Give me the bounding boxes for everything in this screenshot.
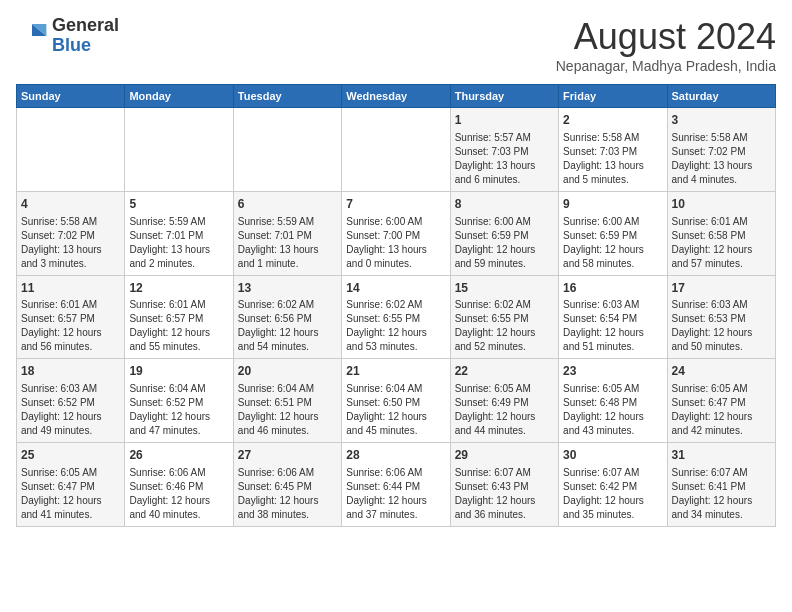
header-wednesday: Wednesday [342,85,450,108]
day-number: 15 [455,280,554,297]
day-info: Sunrise: 6:02 AM Sunset: 6:55 PM Dayligh… [455,299,536,352]
day-number: 31 [672,447,771,464]
month-title: August 2024 [556,16,776,58]
calendar-week-2: 4Sunrise: 5:58 AM Sunset: 7:02 PM Daylig… [17,191,776,275]
day-number: 7 [346,196,445,213]
day-number: 30 [563,447,662,464]
day-info: Sunrise: 6:00 AM Sunset: 7:00 PM Dayligh… [346,216,427,269]
day-info: Sunrise: 6:05 AM Sunset: 6:49 PM Dayligh… [455,383,536,436]
calendar-cell: 28Sunrise: 6:06 AM Sunset: 6:44 PM Dayli… [342,443,450,527]
day-info: Sunrise: 6:01 AM Sunset: 6:57 PM Dayligh… [21,299,102,352]
logo: General Blue [16,16,119,56]
day-info: Sunrise: 5:58 AM Sunset: 7:02 PM Dayligh… [21,216,102,269]
day-number: 10 [672,196,771,213]
day-number: 4 [21,196,120,213]
day-info: Sunrise: 6:07 AM Sunset: 6:43 PM Dayligh… [455,467,536,520]
calendar-week-3: 11Sunrise: 6:01 AM Sunset: 6:57 PM Dayli… [17,275,776,359]
day-number: 23 [563,363,662,380]
day-number: 1 [455,112,554,129]
day-info: Sunrise: 6:04 AM Sunset: 6:51 PM Dayligh… [238,383,319,436]
calendar-cell: 3Sunrise: 5:58 AM Sunset: 7:02 PM Daylig… [667,108,775,192]
day-info: Sunrise: 6:05 AM Sunset: 6:48 PM Dayligh… [563,383,644,436]
day-number: 17 [672,280,771,297]
calendar-cell: 26Sunrise: 6:06 AM Sunset: 6:46 PM Dayli… [125,443,233,527]
calendar-cell: 22Sunrise: 6:05 AM Sunset: 6:49 PM Dayli… [450,359,558,443]
day-info: Sunrise: 6:01 AM Sunset: 6:57 PM Dayligh… [129,299,210,352]
day-number: 11 [21,280,120,297]
calendar-cell [342,108,450,192]
location-subtitle: Nepanagar, Madhya Pradesh, India [556,58,776,74]
day-number: 25 [21,447,120,464]
day-number: 13 [238,280,337,297]
calendar-cell: 31Sunrise: 6:07 AM Sunset: 6:41 PM Dayli… [667,443,775,527]
header-thursday: Thursday [450,85,558,108]
calendar-week-1: 1Sunrise: 5:57 AM Sunset: 7:03 PM Daylig… [17,108,776,192]
day-number: 6 [238,196,337,213]
calendar-cell [125,108,233,192]
day-info: Sunrise: 6:06 AM Sunset: 6:46 PM Dayligh… [129,467,210,520]
day-info: Sunrise: 6:03 AM Sunset: 6:52 PM Dayligh… [21,383,102,436]
day-number: 28 [346,447,445,464]
calendar-cell: 21Sunrise: 6:04 AM Sunset: 6:50 PM Dayli… [342,359,450,443]
calendar-cell: 8Sunrise: 6:00 AM Sunset: 6:59 PM Daylig… [450,191,558,275]
day-info: Sunrise: 6:05 AM Sunset: 6:47 PM Dayligh… [672,383,753,436]
day-number: 26 [129,447,228,464]
day-info: Sunrise: 5:59 AM Sunset: 7:01 PM Dayligh… [238,216,319,269]
calendar-table: SundayMondayTuesdayWednesdayThursdayFrid… [16,84,776,527]
calendar-cell: 20Sunrise: 6:04 AM Sunset: 6:51 PM Dayli… [233,359,341,443]
day-info: Sunrise: 6:04 AM Sunset: 6:52 PM Dayligh… [129,383,210,436]
header-sunday: Sunday [17,85,125,108]
calendar-cell: 15Sunrise: 6:02 AM Sunset: 6:55 PM Dayli… [450,275,558,359]
day-info: Sunrise: 6:03 AM Sunset: 6:53 PM Dayligh… [672,299,753,352]
calendar-cell: 17Sunrise: 6:03 AM Sunset: 6:53 PM Dayli… [667,275,775,359]
calendar-cell: 13Sunrise: 6:02 AM Sunset: 6:56 PM Dayli… [233,275,341,359]
header-friday: Friday [559,85,667,108]
calendar-cell: 23Sunrise: 6:05 AM Sunset: 6:48 PM Dayli… [559,359,667,443]
day-number: 14 [346,280,445,297]
calendar-cell: 30Sunrise: 6:07 AM Sunset: 6:42 PM Dayli… [559,443,667,527]
calendar-week-5: 25Sunrise: 6:05 AM Sunset: 6:47 PM Dayli… [17,443,776,527]
calendar-cell: 5Sunrise: 5:59 AM Sunset: 7:01 PM Daylig… [125,191,233,275]
day-number: 27 [238,447,337,464]
calendar-week-4: 18Sunrise: 6:03 AM Sunset: 6:52 PM Dayli… [17,359,776,443]
day-info: Sunrise: 6:07 AM Sunset: 6:42 PM Dayligh… [563,467,644,520]
day-number: 24 [672,363,771,380]
calendar-cell [17,108,125,192]
page-header: General Blue August 2024 Nepanagar, Madh… [16,16,776,74]
day-info: Sunrise: 5:58 AM Sunset: 7:02 PM Dayligh… [672,132,753,185]
calendar-cell: 16Sunrise: 6:03 AM Sunset: 6:54 PM Dayli… [559,275,667,359]
calendar-cell [233,108,341,192]
title-area: August 2024 Nepanagar, Madhya Pradesh, I… [556,16,776,74]
day-number: 29 [455,447,554,464]
day-info: Sunrise: 6:03 AM Sunset: 6:54 PM Dayligh… [563,299,644,352]
day-number: 22 [455,363,554,380]
calendar-cell: 7Sunrise: 6:00 AM Sunset: 7:00 PM Daylig… [342,191,450,275]
day-info: Sunrise: 6:00 AM Sunset: 6:59 PM Dayligh… [563,216,644,269]
calendar-cell: 11Sunrise: 6:01 AM Sunset: 6:57 PM Dayli… [17,275,125,359]
day-info: Sunrise: 6:02 AM Sunset: 6:55 PM Dayligh… [346,299,427,352]
day-number: 3 [672,112,771,129]
day-info: Sunrise: 5:58 AM Sunset: 7:03 PM Dayligh… [563,132,644,185]
day-number: 9 [563,196,662,213]
calendar-cell: 4Sunrise: 5:58 AM Sunset: 7:02 PM Daylig… [17,191,125,275]
calendar-cell: 27Sunrise: 6:06 AM Sunset: 6:45 PM Dayli… [233,443,341,527]
day-info: Sunrise: 5:57 AM Sunset: 7:03 PM Dayligh… [455,132,536,185]
calendar-cell: 12Sunrise: 6:01 AM Sunset: 6:57 PM Dayli… [125,275,233,359]
header-tuesday: Tuesday [233,85,341,108]
logo-general-text: General [52,16,119,36]
calendar-cell: 10Sunrise: 6:01 AM Sunset: 6:58 PM Dayli… [667,191,775,275]
day-number: 5 [129,196,228,213]
day-info: Sunrise: 6:02 AM Sunset: 6:56 PM Dayligh… [238,299,319,352]
day-info: Sunrise: 6:01 AM Sunset: 6:58 PM Dayligh… [672,216,753,269]
logo-blue-text: Blue [52,36,119,56]
day-info: Sunrise: 6:00 AM Sunset: 6:59 PM Dayligh… [455,216,536,269]
day-number: 18 [21,363,120,380]
calendar-header-row: SundayMondayTuesdayWednesdayThursdayFrid… [17,85,776,108]
calendar-cell: 18Sunrise: 6:03 AM Sunset: 6:52 PM Dayli… [17,359,125,443]
day-number: 21 [346,363,445,380]
day-number: 19 [129,363,228,380]
calendar-cell: 2Sunrise: 5:58 AM Sunset: 7:03 PM Daylig… [559,108,667,192]
calendar-cell: 29Sunrise: 6:07 AM Sunset: 6:43 PM Dayli… [450,443,558,527]
calendar-cell: 9Sunrise: 6:00 AM Sunset: 6:59 PM Daylig… [559,191,667,275]
day-number: 16 [563,280,662,297]
